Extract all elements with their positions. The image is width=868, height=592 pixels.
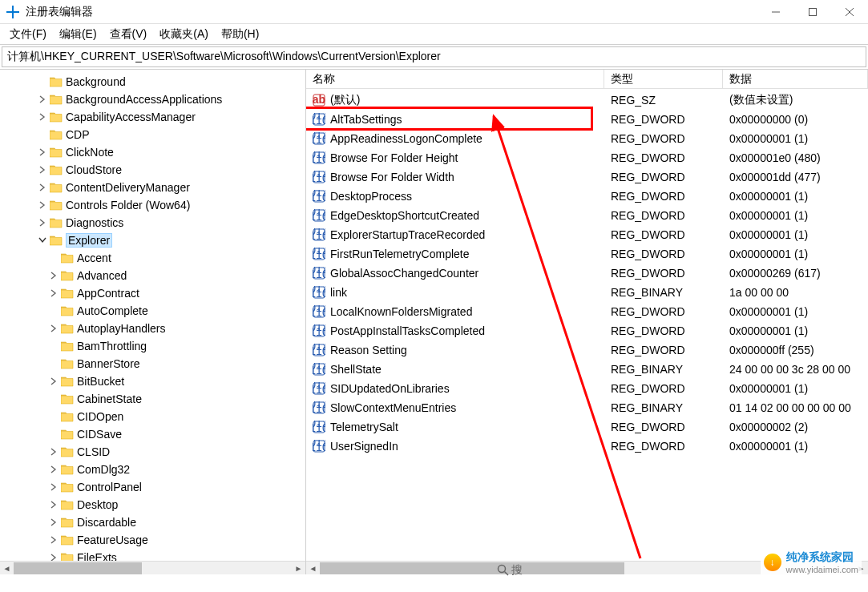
expander-icon[interactable]	[37, 235, 48, 246]
expander-icon[interactable]	[37, 111, 48, 123]
registry-value-row[interactable]: 011110AppReadinessLogonCompleteREG_DWORD…	[306, 129, 868, 148]
registry-value-row[interactable]: 011110FirstRunTelemetryCompleteREG_DWORD…	[306, 244, 868, 264]
column-header-type[interactable]: 类型	[604, 70, 723, 88]
tree-pane[interactable]: BackgroundBackgroundAccessApplicationsCa…	[0, 70, 306, 574]
tree-scrollbar-h[interactable]: ◄ ►	[0, 561, 305, 574]
svg-text:110: 110	[313, 402, 325, 414]
registry-value-row[interactable]: 011110linkREG_BINARY1a 00 00 00	[306, 283, 868, 302]
expander-icon[interactable]	[48, 252, 59, 264]
tree-item[interactable]: CloudStore	[3, 161, 305, 179]
tree-item[interactable]: Explorer	[3, 232, 305, 249]
tree-item[interactable]: CLSID	[3, 443, 305, 461]
expander-icon[interactable]	[48, 481, 59, 493]
expander-icon[interactable]	[37, 182, 48, 193]
registry-value-row[interactable]: 011110LocalKnownFoldersMigratedREG_DWORD…	[306, 302, 868, 321]
registry-value-row[interactable]: 011110ExplorerStartupTraceRecordedREG_DW…	[306, 225, 868, 244]
expander-icon[interactable]	[48, 429, 59, 440]
tree-item[interactable]: Background	[3, 73, 305, 91]
menu-file[interactable]: 文件(F)	[3, 25, 53, 44]
tree-item[interactable]: Diagnostics	[3, 214, 305, 232]
expander-icon[interactable]	[48, 288, 59, 299]
expander-icon[interactable]	[48, 305, 59, 316]
value-data: 0x00000001 (1)	[723, 228, 868, 241]
expander-icon[interactable]	[37, 94, 48, 105]
registry-value-row[interactable]: 011110SIDUpdatedOnLibrariesREG_DWORD0x00…	[306, 379, 868, 398]
tree-item[interactable]: CabinetState	[3, 390, 305, 408]
expander-icon[interactable]	[48, 323, 59, 334]
expander-icon[interactable]	[48, 446, 59, 457]
tree-item[interactable]: AutoplayHandlers	[3, 320, 305, 337]
tree-item[interactable]: ContentDeliveryManager	[3, 179, 305, 196]
registry-value-row[interactable]: 011110EdgeDesktopShortcutCreatedREG_DWOR…	[306, 206, 868, 225]
tree-item[interactable]: CIDOpen	[3, 408, 305, 425]
expander-icon[interactable]	[48, 358, 59, 369]
scroll-left-button[interactable]: ◄	[0, 562, 14, 575]
expander-icon[interactable]	[48, 340, 59, 352]
expander-icon[interactable]	[37, 164, 48, 175]
expander-icon[interactable]	[48, 393, 59, 405]
registry-value-row[interactable]: 011110TelemetrySaltREG_DWORD0x00000002 (…	[306, 417, 868, 437]
menu-favorites[interactable]: 收藏夹(A)	[153, 25, 215, 44]
value-name: AltTabSettings	[330, 113, 402, 126]
expander-icon[interactable]	[48, 411, 59, 422]
tree-item[interactable]: Discardable	[3, 513, 305, 531]
menu-edit[interactable]: 编辑(E)	[53, 25, 103, 44]
address-bar[interactable]: 计算机\HKEY_CURRENT_USER\Software\Microsoft…	[2, 46, 866, 67]
tree-item[interactable]: CIDSave	[3, 425, 305, 443]
tree-item[interactable]: BannerStore	[3, 355, 305, 373]
menu-help[interactable]: 帮助(H)	[215, 25, 265, 44]
registry-value-row[interactable]: 011110DesktopProcessREG_DWORD0x00000001 …	[306, 187, 868, 206]
tree-item[interactable]: CapabilityAccessManager	[3, 108, 305, 126]
column-header-data[interactable]: 数据	[723, 70, 868, 88]
registry-value-row[interactable]: ab(默认)REG_SZ(数值未设置)	[306, 91, 868, 110]
registry-value-row[interactable]: 011110Reason SettingREG_DWORD0x000000ff …	[306, 340, 868, 360]
registry-value-row[interactable]: 011110SlowContextMenuEntriesREG_BINARY01…	[306, 398, 868, 417]
registry-value-row[interactable]: 011110ShellStateREG_BINARY24 00 00 00 3c…	[306, 360, 868, 379]
expander-icon[interactable]	[37, 147, 48, 158]
expander-icon[interactable]	[37, 129, 48, 140]
value-name: UserSignedIn	[330, 440, 398, 453]
tree-item[interactable]: Controls Folder (Wow64)	[3, 196, 305, 214]
expander-icon[interactable]	[48, 517, 59, 528]
registry-value-row[interactable]: 011110Browse For Folder WidthREG_DWORD0x…	[306, 167, 868, 187]
registry-value-row[interactable]: 011110AltTabSettingsREG_DWORD0x00000000 …	[306, 110, 868, 129]
expander-icon[interactable]	[48, 534, 59, 546]
minimize-button[interactable]	[757, 0, 794, 24]
tree-item[interactable]: BamThrottling	[3, 337, 305, 355]
value-name: ShellState	[330, 363, 382, 376]
scroll-right-button[interactable]: ►	[292, 562, 305, 575]
column-header-name[interactable]: 名称	[306, 70, 604, 88]
tree-item[interactable]: Advanced	[3, 267, 305, 284]
expander-icon[interactable]	[37, 76, 48, 87]
tree-label: FeatureUsage	[77, 534, 148, 546]
tree-label: CDP	[66, 128, 90, 141]
registry-value-row[interactable]: 011110Browse For Folder HeightREG_DWORD0…	[306, 148, 868, 167]
expander-icon[interactable]	[48, 376, 59, 387]
tree-item[interactable]: ComDlg32	[3, 461, 305, 478]
tree-item[interactable]: ControlPanel	[3, 478, 305, 496]
list-pane[interactable]: 名称 类型 数据 ab(默认)REG_SZ(数值未设置)011110AltTab…	[306, 70, 868, 574]
expander-icon[interactable]	[37, 199, 48, 211]
menu-view[interactable]: 查看(V)	[103, 25, 154, 44]
expander-icon[interactable]	[48, 499, 59, 510]
tree-item[interactable]: AutoComplete	[3, 302, 305, 320]
registry-value-row[interactable]: 011110GlobalAssocChangedCounterREG_DWORD…	[306, 264, 868, 283]
search-hint-text: 搜	[511, 563, 523, 578]
expander-icon[interactable]	[48, 270, 59, 281]
close-button[interactable]	[831, 0, 868, 24]
tree-item[interactable]: BackgroundAccessApplications	[3, 91, 305, 108]
tree-item[interactable]: BitBucket	[3, 373, 305, 390]
tree-item[interactable]: ClickNote	[3, 143, 305, 161]
tree-item[interactable]: CDP	[3, 126, 305, 143]
tree-item[interactable]: AppContract	[3, 284, 305, 302]
tree-label: AppContract	[77, 287, 139, 300]
expander-icon[interactable]	[37, 217, 48, 228]
tree-item[interactable]: Desktop	[3, 496, 305, 513]
tree-item[interactable]: FeatureUsage	[3, 531, 305, 549]
registry-value-row[interactable]: 011110PostAppInstallTasksCompletedREG_DW…	[306, 321, 868, 340]
registry-value-row[interactable]: 011110UserSignedInREG_DWORD0x00000001 (1…	[306, 437, 868, 456]
tree-item[interactable]: Accent	[3, 249, 305, 267]
expander-icon[interactable]	[48, 464, 59, 475]
maximize-button[interactable]	[794, 0, 831, 24]
scroll-left-button[interactable]: ◄	[306, 562, 320, 575]
